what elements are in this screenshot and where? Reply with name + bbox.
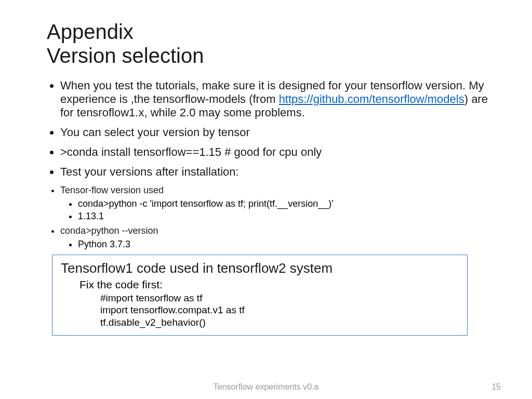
bullet-5-sub1: conda>python -c 'import tensorflow as tf…: [78, 198, 496, 210]
bullet-5: Tensor-flow version used: [60, 185, 496, 196]
title-line-1: Appendix: [47, 20, 496, 44]
bullet-6-sub1: Python 3.7.3: [78, 238, 496, 250]
bullet-5-sublist: conda>python -c 'import tensorflow as tf…: [60, 198, 496, 222]
bullet-6-sublist: Python 3.7.3: [60, 238, 496, 250]
bullet-3: >conda install tensorflow==1.15 # good f…: [60, 145, 496, 159]
bullet-5-sub2: 1.13.1: [78, 210, 496, 222]
box-code-2: import tensorflow.compat.v1 as tf: [100, 304, 459, 316]
bullet-6: conda>python --version: [60, 225, 496, 236]
box-code-1: #import tensorflow as tf: [100, 292, 459, 304]
bullet-2: You can select your version by tensor: [60, 126, 496, 139]
slide-title: Appendix Version selection: [47, 20, 496, 68]
box-code-3: tf.disable_v2_behavior(): [100, 316, 459, 329]
models-link[interactable]: https://github.com/tensorflow/models: [279, 92, 464, 105]
bullet-1: When you test the tutorials, make sure i…: [60, 79, 496, 119]
box-title: Tensorflow1 code used in tensorflow2 sys…: [61, 260, 459, 276]
page-number: 15: [491, 382, 501, 392]
callout-box: Tensorflow1 code used in tensorflow2 sys…: [52, 255, 468, 336]
slide: Appendix Version selection When you test…: [0, 0, 532, 399]
bullet-4: Test your versions after installation:: [60, 165, 496, 179]
title-line-2: Version selection: [47, 44, 496, 68]
box-subtitle: Fix the code first:: [79, 278, 459, 291]
body-list: When you test the tutorials, make sure i…: [47, 79, 496, 250]
footer-text: Tensorflow experiments v0.a: [0, 382, 532, 392]
